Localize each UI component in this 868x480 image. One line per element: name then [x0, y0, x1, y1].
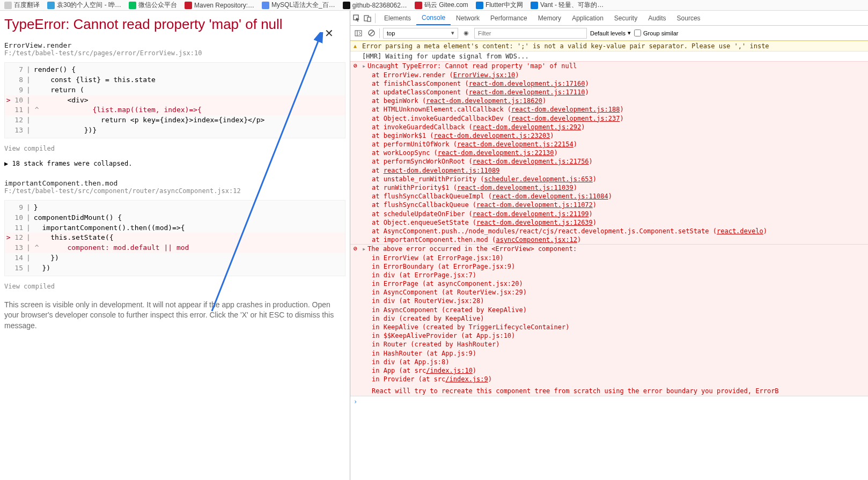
- component-tree-line[interactable]: in Provider (at src/index.js:9): [350, 375, 868, 383]
- stack-frame-heading: ErrorView.render: [4, 41, 345, 49]
- stack-frame[interactable]: at updateClassComponent (react-dom.devel…: [350, 88, 868, 97]
- stack-frame[interactable]: at runWithPriority$1 (react-dom.developm…: [350, 183, 868, 192]
- devtools-tab-audits[interactable]: Audits: [643, 11, 671, 25]
- favicon-icon: [476, 2, 483, 9]
- console-log-area[interactable]: Error parsing a meta element's content: …: [350, 41, 868, 480]
- console-prompt[interactable]: ›: [350, 396, 868, 407]
- code-line: 8| const {list} = this.state: [5, 75, 345, 85]
- stack-frame[interactable]: at beginWork$1 (react-dom.development.js…: [350, 131, 868, 140]
- console-filter-input[interactable]: [474, 28, 587, 39]
- component-tree-line[interactable]: in App (at src/index.js:10): [350, 366, 868, 375]
- stack-frame[interactable]: at flushSyncCallbackQueueImpl (react-dom…: [350, 192, 868, 201]
- stack-frame[interactable]: at flushSyncCallbackQueue (react-dom.dev…: [350, 201, 868, 209]
- stack-frame[interactable]: at unstable_runWithPriority (scheduler.d…: [350, 175, 868, 183]
- code-line: 10|componentDidMount() {: [5, 213, 345, 223]
- error-message[interactable]: ▸The above error occurred in the <ErrorV…: [350, 245, 868, 253]
- code-snippet-1: 7|render() {8| const {list} = this.state…: [4, 62, 345, 138]
- stack-frame-path[interactable]: F:/test/babel-test/src/pages/error/Error…: [4, 49, 345, 57]
- bookmark-label: github-82368062…: [352, 2, 407, 9]
- device-toolbar-icon[interactable]: [363, 14, 372, 23]
- view-compiled-link[interactable]: View compiled: [4, 145, 345, 152]
- error-title: TypeError: Cannot read property 'map' of…: [4, 16, 324, 33]
- console-toolbar: top ◉ Default levels ▾ Group similar: [350, 26, 868, 41]
- bookmark-label: MySQL语法大全_百…: [271, 1, 335, 10]
- stack-frame[interactable]: at ErrorView.render (ErrorView.jsx:10): [350, 71, 868, 79]
- component-tree-line: in Router (created by HashRouter): [350, 340, 868, 349]
- bookmark-item[interactable]: Maven Repository:…: [185, 2, 254, 9]
- select-element-icon[interactable]: [352, 14, 361, 23]
- bookmark-item[interactable]: 码云 Gitee.com: [415, 1, 468, 10]
- bookmark-label: Vant - 轻量、可靠的…: [540, 1, 604, 10]
- error-log-group[interactable]: ▸Uncaught TypeError: Cannot read propert…: [350, 61, 868, 244]
- stack-frame[interactable]: at beginWork (react-dom.development.js:1…: [350, 97, 868, 105]
- svg-rect-3: [367, 17, 371, 21]
- code-line: 14| }): [5, 253, 345, 263]
- warning-log[interactable]: Error parsing a meta element's content: …: [350, 41, 868, 51]
- error-message[interactable]: ▸Uncaught TypeError: Cannot read propert…: [350, 62, 868, 70]
- code-line: 12| return <p key={index}>index={index}<…: [5, 115, 345, 125]
- svg-line-7: [369, 31, 373, 35]
- favicon-icon: [129, 2, 136, 9]
- bookmark-item[interactable]: 百度翻译: [4, 1, 40, 10]
- bookmark-item[interactable]: 微信公众平台: [129, 1, 177, 10]
- sidebar-toggle-icon[interactable]: [354, 28, 363, 38]
- stack-frame[interactable]: at AsyncComponent.push../node_modules/re…: [350, 227, 868, 235]
- stack-frame-path[interactable]: F:/test/babel-test/src/component/router/…: [4, 187, 345, 195]
- devtools-tab-sources[interactable]: Sources: [672, 11, 706, 25]
- stack-frame[interactable]: at workLoopSync (react-dom.development.j…: [350, 149, 868, 157]
- favicon-icon: [415, 2, 422, 9]
- devtools-tab-network[interactable]: Network: [451, 11, 485, 25]
- bookmark-label: Flutter中文网: [486, 1, 523, 10]
- context-selector[interactable]: top: [383, 28, 458, 39]
- devtools-tab-memory[interactable]: Memory: [533, 11, 567, 25]
- favicon-icon: [343, 2, 350, 9]
- bookmark-item[interactable]: Flutter中文网: [476, 1, 523, 10]
- bookmark-label: 微信公众平台: [138, 1, 177, 10]
- bookmark-item[interactable]: MySQL语法大全_百…: [262, 1, 335, 10]
- devtools-tab-console[interactable]: Console: [416, 11, 451, 25]
- stack-frame[interactable]: at importantComponent.then.mod (asyncCom…: [350, 235, 868, 244]
- component-tree-line: in ErrorPage (at asyncComponent.jsx:20): [350, 279, 868, 288]
- info-log[interactable]: [HMR] Waiting for update signal from WDS…: [350, 51, 868, 61]
- dev-footer-note: This screen is visible only in developme…: [4, 300, 345, 331]
- bookmark-item[interactable]: github-82368062…: [343, 2, 407, 9]
- error-log-group[interactable]: ▸The above error occurred in the <ErrorV…: [350, 244, 868, 395]
- devtools-tab-security[interactable]: Security: [609, 11, 643, 25]
- bookmark-label: 百度翻译: [14, 1, 40, 10]
- devtools-tab-performance[interactable]: Performance: [485, 11, 533, 25]
- devtools-tab-elements[interactable]: Elements: [379, 11, 416, 25]
- stack-frame[interactable]: at HTMLUnknownElement.callCallback (reac…: [350, 105, 868, 114]
- code-line: 10| <div>: [5, 95, 345, 106]
- stack-frame-heading: importantComponent.then.mod: [4, 179, 345, 187]
- group-similar-checkbox[interactable]: Group similar: [634, 29, 678, 36]
- devtools-tab-application[interactable]: Application: [567, 11, 609, 25]
- eye-icon[interactable]: ◉: [461, 28, 471, 38]
- component-tree-line: in $$KeepAliveProvider (at App.js:10): [350, 331, 868, 340]
- bookmark-item[interactable]: Vant - 轻量、可靠的…: [531, 1, 604, 10]
- component-tree-line: in ErrorView (at ErrorPage.jsx:10): [350, 254, 868, 262]
- stack-frame[interactable]: at finishClassComponent (react-dom.devel…: [350, 79, 868, 88]
- bookmark-item[interactable]: 袁30的个人空间 - 哗…: [47, 1, 121, 10]
- error-hint: React will try to recreate this componen…: [350, 387, 868, 395]
- stack-frame[interactable]: at react-dom.development.js:11089: [350, 166, 868, 175]
- close-icon[interactable]: ✕: [325, 27, 334, 40]
- stack-frame[interactable]: at Object.enqueueSetState (react-dom.dev…: [350, 218, 868, 227]
- main-split: TypeError: Cannot read property 'map' of…: [0, 11, 868, 480]
- code-line: 15| }): [5, 263, 345, 274]
- stack-frame[interactable]: at performUnitOfWork (react-dom.developm…: [350, 140, 868, 149]
- code-line: 7|render() {: [5, 65, 345, 75]
- bookmark-label: 袁30的个人空间 - 哗…: [57, 1, 121, 10]
- component-tree-line: in KeepAlive (created by TriggerLifecycl…: [350, 323, 868, 331]
- stack-frame[interactable]: at invokeGuardedCallback (react-dom.deve…: [350, 123, 868, 131]
- collapsed-frames-toggle[interactable]: 18 stack frames were collapsed.: [4, 160, 345, 167]
- view-compiled-link[interactable]: View compiled: [4, 283, 345, 290]
- code-line: 13| ^ component: mod.default || mod: [5, 243, 345, 253]
- code-line: 13| })}: [5, 125, 345, 136]
- stack-frame[interactable]: at scheduleUpdateOnFiber (react-dom.deve…: [350, 210, 868, 218]
- stack-frame[interactable]: at Object.invokeGuardedCallbackDev (reac…: [350, 114, 868, 123]
- favicon-icon: [262, 2, 269, 9]
- stack-frame[interactable]: at performSyncWorkOnRoot (react-dom.deve…: [350, 157, 868, 166]
- log-levels-dropdown[interactable]: Default levels ▾: [590, 29, 631, 36]
- clear-console-icon[interactable]: [366, 28, 376, 38]
- bookmark-label: Maven Repository:…: [194, 2, 254, 9]
